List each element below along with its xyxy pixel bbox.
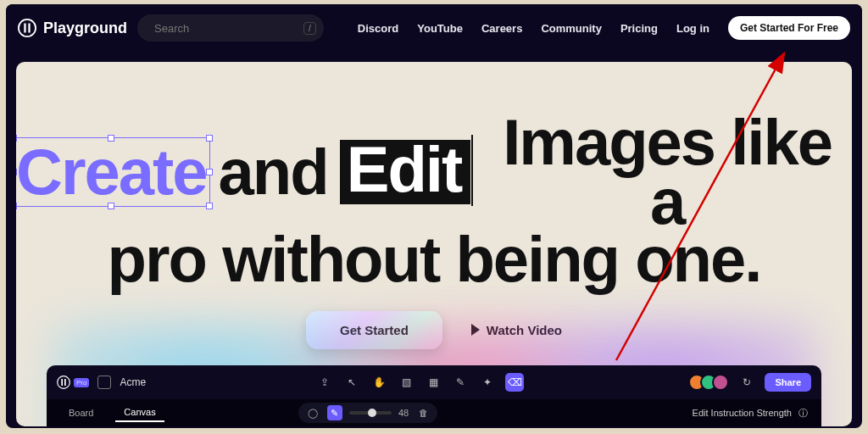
search-input[interactable] <box>154 22 297 35</box>
nav-login[interactable]: Log in <box>676 22 709 35</box>
svg-rect-7 <box>64 379 66 386</box>
pro-badge: Pro <box>74 378 89 387</box>
share-button[interactable]: Share <box>765 373 811 392</box>
watch-video-label: Watch Video <box>487 323 562 337</box>
get-started-free-button[interactable]: Get Started For Free <box>728 16 850 40</box>
nav-careers[interactable]: Careers <box>481 22 522 35</box>
nav-pricing[interactable]: Pricing <box>620 22 658 35</box>
headline: Create and Edit Images like a pro withou… <box>16 62 852 289</box>
pen-icon[interactable]: ✎ <box>451 373 470 392</box>
panel-title: Edit Instruction Strength <box>693 408 792 418</box>
avatar[interactable] <box>712 374 729 391</box>
editor-toolbar: Pro Acme ⇪ ↖ ✋ ▧ ▦ ✎ ✦ ⌫ ↻ <box>47 365 821 399</box>
brush-size-slider[interactable] <box>349 411 392 415</box>
tab-board[interactable]: Board <box>60 404 102 421</box>
collaborator-avatars[interactable] <box>693 374 729 391</box>
headline-rest-1: Images like a <box>482 113 852 231</box>
svg-rect-2 <box>28 24 30 33</box>
nav-youtube[interactable]: YouTube <box>417 22 463 35</box>
nav-links: Discord YouTube Careers Community Pricin… <box>358 16 850 40</box>
brush-size-value: 48 <box>398 408 409 418</box>
highlighted-word-edit: Edit <box>340 140 471 204</box>
search-box[interactable]: / <box>137 14 324 42</box>
brand-name: Playground <box>43 19 127 37</box>
eraser-icon[interactable]: ⌫ <box>505 373 524 392</box>
search-hotkey: / <box>303 22 316 35</box>
playground-logo-icon <box>57 376 70 389</box>
svg-point-0 <box>19 19 36 36</box>
brush-controls: ◯ ✎ 48 🗑 <box>298 403 437 423</box>
play-icon <box>471 324 480 336</box>
info-icon[interactable]: ⓘ <box>798 407 808 420</box>
shape-icon[interactable]: ▧ <box>397 373 415 392</box>
get-started-button[interactable]: Get Started <box>306 311 442 349</box>
brush-icon[interactable]: ✎ <box>327 405 342 420</box>
brand-logo[interactable]: Playground <box>18 19 127 37</box>
app-window: Playground / Discord YouTube Careers Com… <box>6 4 862 428</box>
svg-point-5 <box>58 376 70 389</box>
right-panel-header: Edit Instruction Strength ⓘ <box>693 407 808 420</box>
text-caret <box>471 135 473 206</box>
cursor-icon[interactable]: ↖ <box>342 373 361 392</box>
selected-word-create: Create <box>16 142 207 202</box>
hero-actions: Get Started Watch Video <box>16 311 852 349</box>
history-icon[interactable]: ↻ <box>737 373 756 392</box>
hand-icon[interactable]: ✋ <box>370 373 388 392</box>
headline-row-2: pro without being one. <box>16 230 852 289</box>
sparkle-icon[interactable]: ✦ <box>478 373 497 392</box>
watch-video-button[interactable]: Watch Video <box>471 323 562 337</box>
svg-rect-1 <box>24 24 25 33</box>
editor-bottom-bar: Board Canvas ◯ ✎ 48 🗑 Edit Instruction S… <box>47 399 821 426</box>
nav-discord[interactable]: Discord <box>358 22 398 35</box>
top-nav: Playground / Discord YouTube Careers Com… <box>6 4 862 52</box>
lasso-icon[interactable]: ◯ <box>305 405 320 420</box>
hero-panel: Create and Edit Images like a pro withou… <box>16 62 852 426</box>
playground-logo-icon <box>18 19 36 37</box>
file-name[interactable]: Acme <box>120 376 146 388</box>
editor-preview: Pro Acme ⇪ ↖ ✋ ▧ ▦ ✎ ✦ ⌫ ↻ <box>47 365 821 426</box>
tab-canvas[interactable]: Canvas <box>115 403 164 422</box>
editor-logo[interactable]: Pro <box>57 376 89 389</box>
export-icon[interactable]: ⇪ <box>315 373 334 392</box>
word-and: and <box>219 142 328 202</box>
svg-rect-6 <box>61 379 63 386</box>
frame-icon[interactable] <box>97 376 111 389</box>
nav-community[interactable]: Community <box>541 22 602 35</box>
image-icon[interactable]: ▦ <box>424 373 442 392</box>
trash-icon[interactable]: 🗑 <box>415 405 431 420</box>
